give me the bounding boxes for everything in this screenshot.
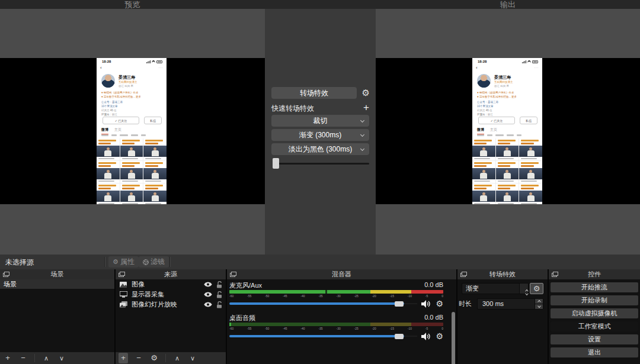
sources-toolbar: + − ⚙ ∧ ∨ xyxy=(116,352,226,364)
tab-weibo: 微博 xyxy=(101,127,108,134)
duration-up-icon[interactable] xyxy=(535,299,543,304)
profile-verified: 互联网科技博主 xyxy=(119,80,137,83)
popout-icon[interactable] xyxy=(3,272,9,277)
info-line: 公众号：晏清三寿 xyxy=(477,101,539,104)
transition-select[interactable]: 渐变 xyxy=(462,283,529,294)
scenes-panel-title: 场景 xyxy=(0,269,114,279)
visibility-eye-icon[interactable] xyxy=(204,292,212,297)
popout-icon[interactable] xyxy=(119,272,125,277)
volume-slider-handle[interactable] xyxy=(395,301,404,307)
channel-gear-icon[interactable]: ⚙ xyxy=(436,299,443,308)
program-canvas[interactable]: 18:28 ‹ ··· 晏清三寿 互联网科技博主 浙江 杭州 男 ♥ 畅销书《超… xyxy=(376,58,640,204)
video-thumbnail xyxy=(472,138,495,160)
speaker-icon[interactable] xyxy=(421,300,431,308)
quick-transition-cut[interactable]: 裁切 xyxy=(271,115,369,127)
controls-panel-title: 控件 xyxy=(549,269,640,279)
info-line: 10个置顶文章 xyxy=(101,105,163,108)
video-thumbnail xyxy=(143,138,167,160)
visibility-eye-icon[interactable] xyxy=(204,302,212,307)
phone-navbar: ‹ ··· xyxy=(97,65,167,72)
visibility-eye-icon[interactable] xyxy=(204,282,212,287)
mixer-scrollbar[interactable] xyxy=(452,312,455,364)
sources-panel: 来源 图像 xyxy=(116,269,226,364)
scene-item[interactable]: 场景 xyxy=(0,279,114,289)
preview-canvas[interactable]: 18:28 ‹ ··· 晏清三寿 互联网科技博主 浙江 杭州 男 ♥ 畅销书《超… xyxy=(0,58,265,204)
tab-home: 主页 xyxy=(114,127,121,134)
scenes-toolbar: + − ∧ ∨ xyxy=(0,352,114,364)
channel-name: 麦克风/Aux xyxy=(229,281,262,289)
transition-button[interactable]: 转场特效 xyxy=(271,87,357,99)
info-line: 10个置顶文章 xyxy=(477,105,539,108)
display-icon xyxy=(119,291,127,298)
add-scene-icon[interactable]: + xyxy=(3,353,12,363)
bio-line: ♥ 畅销书《超级用户增长》作者 xyxy=(101,91,163,94)
bio-line: ♥ 11年数字化私域增长经验…更多 xyxy=(101,95,163,98)
profile-name: 晏清三寿 xyxy=(119,75,135,80)
add-quick-transition-icon[interactable]: + xyxy=(363,102,369,114)
controls-button[interactable]: 工作室模式 xyxy=(551,321,638,331)
duration-spinbox[interactable]: 300 ms xyxy=(477,298,543,310)
channel-name: 桌面音频 xyxy=(229,314,255,321)
volume-slider[interactable] xyxy=(229,331,417,341)
controls-button[interactable]: 开始录制 xyxy=(551,295,638,305)
transition-tbar-slider[interactable] xyxy=(271,158,369,169)
phone-statusbar: 18:28 xyxy=(472,58,542,65)
remove-scene-icon[interactable]: − xyxy=(18,353,28,363)
lock-icon[interactable] xyxy=(216,301,222,308)
controls-button[interactable]: 启动虚拟摄像机 xyxy=(551,308,638,318)
popout-icon[interactable] xyxy=(460,272,467,277)
volume-slider[interactable] xyxy=(229,299,417,308)
transition-properties-gear-icon[interactable]: ⚙ xyxy=(362,88,370,98)
lock-icon[interactable] xyxy=(216,291,222,298)
divider xyxy=(34,354,35,362)
remove-source-icon[interactable]: − xyxy=(134,353,143,363)
lock-icon[interactable] xyxy=(216,281,222,288)
move-source-down-icon[interactable]: ∨ xyxy=(188,353,197,363)
slideshow-icon xyxy=(119,301,127,308)
move-source-up-icon[interactable]: ∧ xyxy=(172,353,182,363)
battery-icon xyxy=(532,60,538,63)
filters-button[interactable]: 滤镜 xyxy=(139,256,169,268)
filter-icon xyxy=(143,259,149,265)
video-thumbnail xyxy=(519,161,542,183)
channel-db: 0.0 dB xyxy=(424,314,443,321)
source-item-image[interactable]: 图像 xyxy=(116,279,226,289)
source-item-display-capture[interactable]: 显示器采集 xyxy=(116,289,226,299)
follow-button: ✓ 已关注 xyxy=(478,117,515,124)
video-thumbnail xyxy=(496,161,519,183)
popout-icon[interactable] xyxy=(230,272,236,277)
source-properties-gear-icon[interactable]: ⚙ xyxy=(149,353,159,363)
combo-spinner[interactable] xyxy=(519,284,528,294)
phone-screenshot: 18:28 ‹ ··· 晏清三寿 互联网科技博主 浙江 杭州 男 ♥ 畅销书《超… xyxy=(472,58,542,204)
popout-icon[interactable] xyxy=(552,272,558,277)
phone-screenshot: 18:28 ‹ ··· 晏清三寿 互联网科技博主 浙江 杭州 男 ♥ 畅销书《超… xyxy=(97,58,167,204)
controls-button[interactable]: 开始推流 xyxy=(551,282,638,292)
info-line: IP属地：浙江 xyxy=(101,113,163,116)
add-source-icon[interactable]: + xyxy=(119,353,128,363)
video-grid xyxy=(472,138,542,204)
move-scene-down-icon[interactable]: ∨ xyxy=(57,353,66,363)
wifi-icon xyxy=(527,60,531,63)
source-selection-bar: 未选择源 ⚙ 属性 滤镜 xyxy=(0,255,640,269)
video-thumbnail xyxy=(472,183,495,204)
transition-gear-icon[interactable]: ⚙ xyxy=(530,283,543,294)
controls-button[interactable]: 设置 xyxy=(551,334,638,344)
move-scene-up-icon[interactable]: ∧ xyxy=(41,353,51,363)
controls-button[interactable]: 退出 xyxy=(551,347,638,357)
properties-button[interactable]: ⚙ 属性 xyxy=(108,256,139,268)
volume-slider-handle[interactable] xyxy=(395,334,404,339)
duration-down-icon[interactable] xyxy=(535,304,543,309)
quick-transition-fade-to-black[interactable]: 淡出为黑色 (300ms) xyxy=(271,143,369,155)
tbar-handle[interactable] xyxy=(273,158,279,169)
quick-transition-fade[interactable]: 渐变 (300ms) xyxy=(271,129,369,141)
profile-meta: 浙江 杭州 男 xyxy=(494,85,509,88)
message-button: 私信 xyxy=(144,117,162,124)
source-item-slideshow[interactable]: 图像幻灯片放映 xyxy=(116,299,226,310)
more-icon: ··· xyxy=(535,66,539,69)
channel-gear-icon[interactable]: ⚙ xyxy=(436,332,443,340)
info-line: 公众号：晏清三寿 xyxy=(101,101,163,104)
divider xyxy=(104,257,105,267)
channel-db: 0.0 dB xyxy=(424,281,443,289)
volume-meter xyxy=(229,323,443,326)
speaker-icon[interactable] xyxy=(421,333,431,340)
